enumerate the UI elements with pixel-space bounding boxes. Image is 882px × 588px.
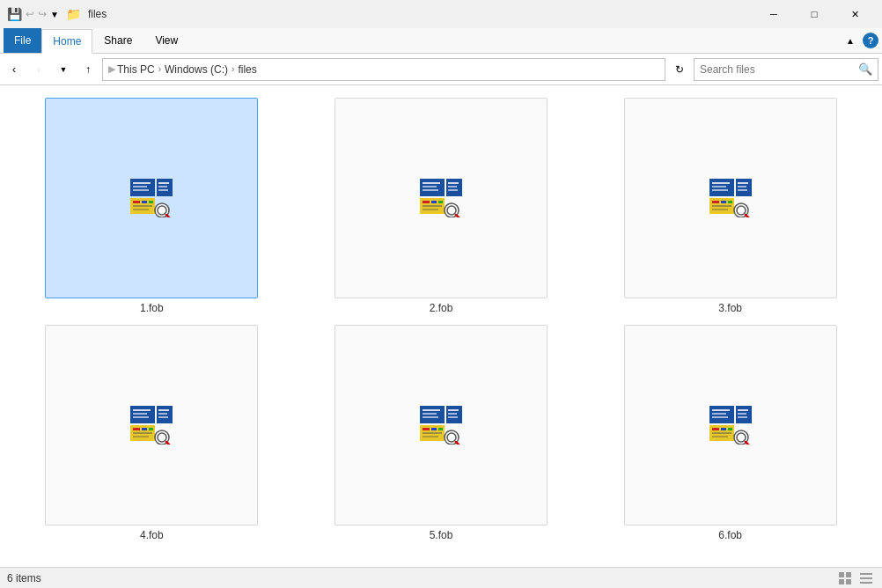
svg-rect-96: [728, 428, 732, 430]
item-count: 6 items: [7, 572, 41, 584]
tab-view[interactable]: View: [143, 28, 189, 53]
svg-rect-47: [712, 209, 728, 210]
file-name: 5.fob: [430, 529, 453, 541]
svg-line-101: [746, 442, 750, 445]
svg-rect-12: [133, 205, 152, 207]
svg-rect-24: [448, 189, 458, 191]
file-name: 2.fob: [430, 302, 453, 314]
address-bar: ‹ › ▼ ↑ ▶ This PC › Windows (C:) › files…: [0, 54, 882, 85]
file-item[interactable]: 3.fob: [589, 96, 871, 316]
svg-rect-77: [423, 428, 430, 430]
file-thumbnail: [45, 98, 258, 298]
svg-rect-46: [712, 205, 731, 207]
svg-line-50: [746, 215, 750, 217]
search-icon: 🔍: [858, 62, 872, 76]
svg-rect-27: [431, 201, 437, 203]
svg-rect-69: [423, 409, 440, 411]
maximize-button[interactable]: □: [794, 0, 834, 28]
svg-rect-52: [133, 409, 151, 411]
path-sep2: ›: [232, 64, 234, 74]
file-area[interactable]: 1.fob: [0, 85, 882, 567]
svg-rect-64: [133, 436, 149, 437]
svg-rect-45: [728, 201, 732, 203]
svg-rect-29: [423, 205, 442, 207]
refresh-button[interactable]: ↻: [669, 59, 690, 80]
tab-home[interactable]: Home: [41, 29, 92, 54]
svg-line-84: [456, 442, 460, 445]
svg-rect-53: [133, 413, 147, 415]
svg-rect-78: [431, 428, 437, 430]
svg-rect-28: [438, 201, 443, 203]
forward-button[interactable]: ›: [28, 59, 49, 80]
svg-rect-107: [860, 577, 872, 579]
svg-rect-40: [738, 186, 746, 187]
file-name: 3.fob: [718, 302, 742, 314]
ribbon-minimize-button[interactable]: ▲: [842, 32, 859, 49]
up-button[interactable]: ↑: [77, 59, 99, 80]
svg-rect-37: [712, 189, 728, 191]
file-item[interactable]: 6.fob: [589, 323, 871, 543]
svg-rect-58: [158, 416, 168, 418]
close-button[interactable]: ✕: [834, 0, 875, 28]
undo-icon[interactable]: ↩: [26, 8, 34, 20]
title-controls: ─ □ ✕: [753, 0, 875, 28]
svg-rect-88: [712, 416, 728, 418]
title-bar: 💾 ↩ ↪ ▼ 📁 files ─ □ ✕: [0, 0, 882, 28]
recent-button[interactable]: ▼: [53, 59, 74, 80]
file-thumbnail: [334, 98, 548, 298]
ribbon-tabs: File Home Share View ▲ ?: [0, 28, 882, 53]
svg-rect-71: [423, 416, 438, 418]
back-button[interactable]: ‹: [4, 59, 25, 80]
svg-rect-74: [448, 413, 457, 415]
file-name: 1.fob: [140, 302, 164, 314]
large-icon-view-button[interactable]: [836, 570, 854, 587]
dropdown-icon[interactable]: ▼: [50, 10, 59, 19]
svg-rect-63: [133, 432, 152, 434]
svg-rect-1: [133, 182, 151, 184]
svg-rect-57: [158, 413, 167, 415]
quick-access-icon[interactable]: 💾: [7, 7, 22, 21]
svg-rect-13: [133, 209, 149, 210]
svg-rect-41: [738, 189, 747, 191]
ribbon-help-button[interactable]: ?: [863, 33, 878, 48]
svg-rect-7: [158, 189, 168, 191]
address-path[interactable]: ▶ This PC › Windows (C:) › files: [102, 58, 665, 81]
svg-rect-10: [142, 201, 147, 203]
svg-rect-103: [846, 572, 851, 577]
tab-file[interactable]: File: [4, 28, 41, 53]
file-thumbnail: [45, 325, 258, 526]
redo-icon[interactable]: ↪: [38, 8, 47, 20]
svg-rect-104: [839, 579, 844, 584]
svg-rect-36: [712, 186, 726, 187]
file-thumbnail: [624, 325, 837, 526]
svg-rect-79: [438, 428, 443, 430]
path-sep1: ›: [158, 64, 161, 74]
svg-rect-30: [423, 209, 438, 210]
search-box[interactable]: 🔍: [694, 58, 878, 81]
svg-rect-44: [721, 201, 726, 203]
file-thumbnail: [334, 325, 548, 526]
minimize-button[interactable]: ─: [753, 0, 794, 28]
file-item[interactable]: 1.fob: [11, 96, 293, 316]
svg-rect-5: [158, 182, 169, 184]
tab-share[interactable]: Share: [92, 28, 143, 53]
details-view-button[interactable]: [857, 570, 875, 587]
svg-rect-87: [712, 413, 726, 415]
svg-rect-98: [712, 436, 728, 437]
svg-rect-43: [712, 201, 719, 203]
svg-rect-2: [133, 186, 147, 187]
svg-line-16: [166, 215, 171, 217]
svg-rect-39: [738, 182, 748, 184]
svg-rect-19: [423, 186, 437, 187]
svg-rect-73: [448, 409, 459, 411]
svg-rect-35: [712, 182, 730, 184]
svg-rect-11: [149, 201, 153, 203]
svg-rect-86: [712, 409, 730, 411]
file-item[interactable]: 5.fob: [300, 323, 583, 543]
path-arrow1: ▶: [108, 63, 115, 75]
file-item[interactable]: 2.fob: [300, 96, 583, 316]
search-input[interactable]: [700, 63, 855, 76]
status-bar: 6 items: [0, 567, 882, 588]
file-item[interactable]: 4.fob: [11, 323, 293, 543]
file-name: 6.fob: [718, 529, 742, 541]
